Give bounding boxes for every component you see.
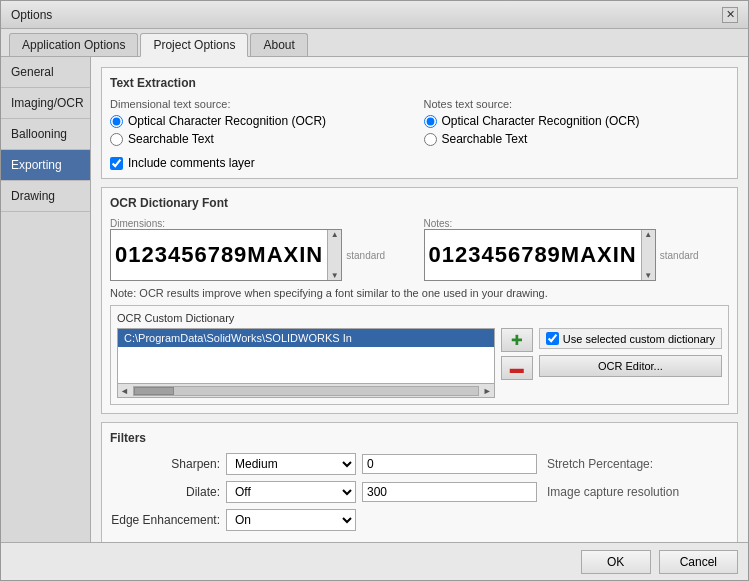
include-comments-label: Include comments layer xyxy=(128,156,255,170)
edge-enhancement-label: Edge Enhancement: xyxy=(110,513,220,527)
notes-ocr-label: Optical Character Recognition (OCR) xyxy=(442,114,640,128)
notes-searchable-radio[interactable] xyxy=(424,133,437,146)
font-preview-row: Dimensions: 0123456789MAXIN ▲ ▼ standar xyxy=(110,218,729,281)
dict-scroll-track[interactable] xyxy=(133,386,479,396)
filters-section: Filters Sharpen: Off Low Medium High Str… xyxy=(101,422,738,542)
notes-preview-label: Notes: xyxy=(424,218,730,229)
dim-searchable-option[interactable]: Searchable Text xyxy=(110,132,416,146)
dim-searchable-label: Searchable Text xyxy=(128,132,214,146)
dim-ocr-option[interactable]: Optical Character Recognition (OCR) xyxy=(110,114,416,128)
font-note: Note: OCR results improve when specifyin… xyxy=(110,287,729,299)
notes-searchable-label: Searchable Text xyxy=(442,132,528,146)
sidebar-item-ballooning[interactable]: Ballooning xyxy=(1,119,90,150)
close-button[interactable]: ✕ xyxy=(722,7,738,23)
text-extraction-section: Text Extraction Dimensional text source:… xyxy=(101,67,738,179)
cancel-button[interactable]: Cancel xyxy=(659,550,738,574)
notes-standard-label: standard xyxy=(660,250,699,261)
minus-icon: ▬ xyxy=(510,360,524,376)
dimensions-scrollbar[interactable]: ▲ ▼ xyxy=(327,230,341,280)
scroll-left-arrow: ◄ xyxy=(118,386,131,396)
dim-ocr-radio[interactable] xyxy=(110,115,123,128)
dict-buttons: ✚ ▬ xyxy=(501,328,533,380)
dilate-select[interactable]: Off Low Medium High xyxy=(226,481,356,503)
filters-title: Filters xyxy=(110,431,729,445)
stretch-pct-label: Stretch Percentage: xyxy=(547,457,653,471)
notes-ocr-option[interactable]: Optical Character Recognition (OCR) xyxy=(424,114,730,128)
notes-preview-pair: 0123456789MAXIN ▲ ▼ standard xyxy=(424,229,730,281)
ocr-custom-dict: OCR Custom Dictionary C:\ProgramData\Sol… xyxy=(110,305,729,405)
sidebar-item-drawing[interactable]: Drawing xyxy=(1,181,90,212)
sidebar-item-general[interactable]: General xyxy=(1,57,90,88)
edge-enhancement-row: Edge Enhancement: Off On xyxy=(110,509,729,531)
dict-list-container: C:\ProgramData\SolidWorks\SOLIDWORKS In … xyxy=(117,328,495,398)
dict-checkbox-col: Use selected custom dictionary OCR Edito… xyxy=(539,328,722,377)
dilate-label: Dilate: xyxy=(110,485,220,499)
sharpen-row: Sharpen: Off Low Medium High Stretch Per… xyxy=(110,453,729,475)
notes-scrollbar[interactable]: ▲ ▼ xyxy=(641,230,655,280)
scroll-down-arrow: ▼ xyxy=(331,271,339,280)
sidebar-item-imaging-ocr[interactable]: Imaging/OCR xyxy=(1,88,90,119)
dict-list-item[interactable]: C:\ProgramData\SolidWorks\SOLIDWORKS In xyxy=(118,329,494,347)
window-title: Options xyxy=(11,8,52,22)
include-comments-option[interactable]: Include comments layer xyxy=(110,156,729,170)
main-area: General Imaging/OCR Ballooning Exporting… xyxy=(1,57,748,542)
right-panel: Text Extraction Dimensional text source:… xyxy=(91,57,748,542)
dimensions-font-text: 0123456789MAXIN xyxy=(111,240,327,270)
ocr-font-section: OCR Dictionary Font Dimensions: 01234567… xyxy=(101,187,738,414)
capture-res-label: Image capture resolution xyxy=(547,485,679,499)
scroll-up-arrow: ▲ xyxy=(331,230,339,239)
text-extraction-title: Text Extraction xyxy=(110,76,729,90)
notes-scroll-up-arrow: ▲ xyxy=(644,230,652,239)
dimensional-column: Dimensional text source: Optical Charact… xyxy=(110,98,416,150)
dimensions-preview-label: Dimensions: xyxy=(110,218,416,229)
use-custom-dict-text: Use selected custom dictionary xyxy=(563,333,715,345)
dimensions-font-box: 0123456789MAXIN ▲ ▼ xyxy=(110,229,342,281)
notes-ocr-radio[interactable] xyxy=(424,115,437,128)
tab-about[interactable]: About xyxy=(250,33,307,56)
sidebar: General Imaging/OCR Ballooning Exporting… xyxy=(1,57,91,542)
sharpen-select[interactable]: Off Low Medium High xyxy=(226,453,356,475)
notes-column: Notes text source: Optical Character Rec… xyxy=(424,98,730,150)
ocr-editor-button[interactable]: OCR Editor... xyxy=(539,355,722,377)
tabs-container: Application Options Project Options Abou… xyxy=(1,29,748,542)
top-tabs: Application Options Project Options Abou… xyxy=(1,29,748,57)
dict-horizontal-scrollbar[interactable]: ◄ ► xyxy=(118,383,494,397)
add-dict-button[interactable]: ✚ xyxy=(501,328,533,352)
notes-font-text: 0123456789MAXIN xyxy=(425,240,641,270)
edge-select[interactable]: Off On xyxy=(226,509,356,531)
tab-application-options[interactable]: Application Options xyxy=(9,33,138,56)
notes-searchable-option[interactable]: Searchable Text xyxy=(424,132,730,146)
options-window: Options ✕ Application Options Project Op… xyxy=(0,0,749,581)
dim-searchable-radio[interactable] xyxy=(110,133,123,146)
dim-ocr-label: Optical Character Recognition (OCR) xyxy=(128,114,326,128)
custom-dict-title: OCR Custom Dictionary xyxy=(117,312,722,324)
dimensions-preview-pair: 0123456789MAXIN ▲ ▼ standard xyxy=(110,229,416,281)
scroll-right-arrow: ► xyxy=(481,386,494,396)
remove-dict-button[interactable]: ▬ xyxy=(501,356,533,380)
use-custom-dict-checkbox[interactable] xyxy=(546,332,559,345)
notes-preview-col: Notes: 0123456789MAXIN ▲ ▼ standard xyxy=(424,218,730,281)
dict-row: C:\ProgramData\SolidWorks\SOLIDWORKS In … xyxy=(117,328,722,398)
ok-button[interactable]: OK xyxy=(581,550,651,574)
sharpen-label: Sharpen: xyxy=(110,457,220,471)
sidebar-item-exporting[interactable]: Exporting xyxy=(1,150,90,181)
sharpen-input[interactable] xyxy=(362,454,537,474)
bottom-bar: OK Cancel xyxy=(1,542,748,580)
dimensions-preview-col: Dimensions: 0123456789MAXIN ▲ ▼ standar xyxy=(110,218,416,281)
plus-icon: ✚ xyxy=(511,332,523,348)
title-bar: Options ✕ xyxy=(1,1,748,29)
tab-project-options[interactable]: Project Options xyxy=(140,33,248,57)
notes-scroll-down-arrow: ▼ xyxy=(644,271,652,280)
use-custom-dict-label[interactable]: Use selected custom dictionary xyxy=(539,328,722,349)
include-comments-checkbox[interactable] xyxy=(110,157,123,170)
dimensional-label: Dimensional text source: xyxy=(110,98,416,110)
text-extraction-grid: Dimensional text source: Optical Charact… xyxy=(110,98,729,150)
dilate-row: Dilate: Off Low Medium High Image captur… xyxy=(110,481,729,503)
dimensions-standard-label: standard xyxy=(346,250,385,261)
notes-font-box: 0123456789MAXIN ▲ ▼ xyxy=(424,229,656,281)
ocr-font-title: OCR Dictionary Font xyxy=(110,196,729,210)
notes-label: Notes text source: xyxy=(424,98,730,110)
dict-scroll-thumb[interactable] xyxy=(134,387,174,395)
dict-list-empty xyxy=(118,347,494,383)
dilate-input[interactable] xyxy=(362,482,537,502)
